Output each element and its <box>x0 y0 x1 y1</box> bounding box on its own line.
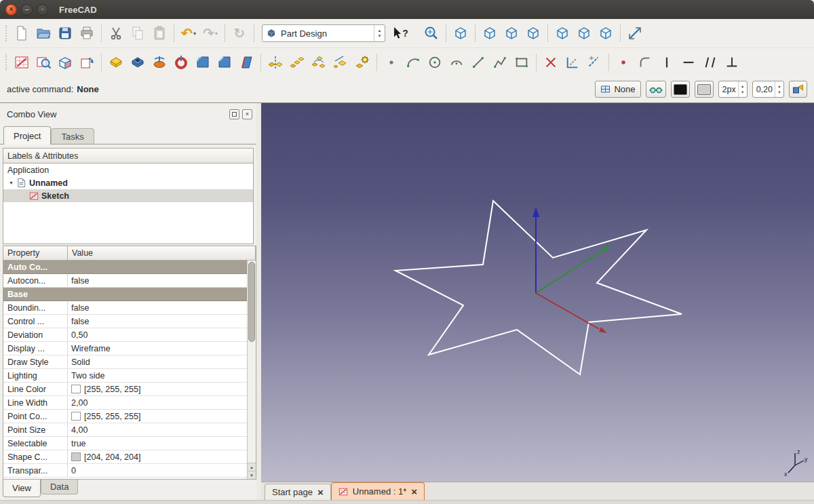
external-geometry-button[interactable] <box>562 52 583 73</box>
draft-button[interactable] <box>235 52 257 73</box>
property-row[interactable]: Deviation0,50 <box>3 328 247 342</box>
axonometric-view-button[interactable] <box>450 22 471 44</box>
property-row[interactable]: Line Width2,00 <box>3 396 247 410</box>
polar-pattern-button[interactable] <box>308 52 330 73</box>
open-button[interactable] <box>33 22 54 44</box>
panel-close-button[interactable]: × <box>242 109 252 119</box>
redo-button[interactable]: ↷▾ <box>199 22 221 44</box>
create-conic-button[interactable] <box>446 52 467 73</box>
line-color-button[interactable] <box>671 81 690 98</box>
workbench-selector[interactable]: Part Design ▴▾ <box>262 24 385 42</box>
redo-dropdown-arrow[interactable]: ▾ <box>215 31 218 37</box>
working-plane-button[interactable]: None <box>595 81 640 98</box>
view-sketch-button[interactable] <box>33 52 54 73</box>
property-row[interactable]: LightingTwo side <box>3 369 247 383</box>
right-view-button[interactable] <box>522 22 544 44</box>
construction-mode-button[interactable] <box>583 52 605 73</box>
line-width-spinbox[interactable]: 2px ▴▾ <box>718 81 748 98</box>
constrain-horizontal-button[interactable] <box>678 52 699 73</box>
property-group-row[interactable]: Base <box>3 288 247 301</box>
property-row[interactable]: Shape C...[204, 204, 204] <box>3 450 247 464</box>
property-row[interactable]: Draw StyleSolid <box>3 355 247 369</box>
rear-view-button[interactable] <box>551 22 573 44</box>
linear-pattern-button[interactable] <box>286 52 308 73</box>
tab-view[interactable]: View <box>3 480 41 497</box>
construction-toggle-button[interactable] <box>646 81 666 98</box>
tab-tasks[interactable]: Tasks <box>51 128 94 144</box>
tree-item-sketch[interactable]: Sketch <box>3 189 253 202</box>
property-row[interactable]: Autocon...false <box>3 274 247 288</box>
create-fillet-button[interactable] <box>634 52 656 73</box>
scaled-button[interactable] <box>330 52 351 73</box>
create-polyline-button[interactable] <box>489 52 511 73</box>
whats-this-button[interactable]: ? <box>389 22 411 44</box>
expander-icon[interactable]: ▼ <box>9 180 16 185</box>
create-line-button[interactable] <box>467 52 489 73</box>
scroll-down-button[interactable]: ▾ <box>248 471 256 479</box>
autogroup-button[interactable] <box>789 81 807 98</box>
scroll-up-button[interactable]: ▴ <box>248 463 256 471</box>
tab-data[interactable]: Data <box>41 480 78 495</box>
property-row[interactable]: Transpar...0 <box>3 464 247 478</box>
constrain-perpendicular-button[interactable] <box>721 52 743 73</box>
cut-button[interactable] <box>105 22 127 44</box>
multitransform-button[interactable] <box>351 52 373 73</box>
constrain-coincident-button[interactable] <box>613 52 634 73</box>
property-row[interactable]: Boundin...false <box>3 301 247 315</box>
titlebar[interactable]: × – ▫ FreeCAD <box>0 0 814 19</box>
property-row[interactable]: Line Color[255, 255, 255] <box>3 383 247 396</box>
tree-item-application[interactable]: Application <box>3 163 253 176</box>
property-row[interactable]: Selectabletrue <box>3 437 247 450</box>
line-width-arrows[interactable]: ▴▾ <box>738 81 747 97</box>
print-button[interactable] <box>76 22 98 44</box>
toolbar-handle[interactable] <box>5 25 8 41</box>
paste-button[interactable] <box>149 22 170 44</box>
new-sketch-button[interactable] <box>11 52 33 73</box>
pocket-button[interactable] <box>127 52 149 73</box>
tree-item-document[interactable]: ▼ Unnamed <box>3 176 253 189</box>
window-maximize-button[interactable]: ▫ <box>37 4 48 16</box>
undo-dropdown-arrow[interactable]: ▾ <box>193 31 196 37</box>
tab-project[interactable]: Project <box>3 126 51 144</box>
fit-all-button[interactable] <box>421 22 442 44</box>
toolbar-handle[interactable] <box>5 54 8 71</box>
pad-button[interactable] <box>105 52 127 73</box>
panel-splitter[interactable] <box>256 103 261 500</box>
map-sketch-button[interactable] <box>54 52 76 73</box>
window-close-button[interactable]: × <box>5 4 17 16</box>
property-row[interactable]: Control ...false <box>3 315 247 328</box>
copy-button[interactable] <box>127 22 149 44</box>
property-group-row[interactable]: Auto Co... <box>3 260 247 274</box>
create-rectangle-button[interactable] <box>511 52 532 73</box>
refresh-button[interactable]: ↻ <box>229 22 250 44</box>
global-scale-arrows[interactable]: ▴▾ <box>775 81 783 97</box>
front-view-button[interactable] <box>479 22 501 44</box>
close-tab-icon[interactable]: × <box>317 487 324 497</box>
property-row[interactable]: Point Co...[255, 255, 255] <box>3 410 247 423</box>
panel-float-button[interactable] <box>229 109 239 119</box>
close-tab-icon[interactable]: × <box>411 486 417 497</box>
chamfer-button[interactable] <box>214 52 235 73</box>
property-scrollbar[interactable]: ▴ ▾ <box>247 260 256 479</box>
document-tree[interactable]: Application ▼ Unnamed Sketch <box>3 163 254 244</box>
create-circle-button[interactable] <box>424 52 446 73</box>
create-point-button[interactable] <box>381 52 402 73</box>
groove-button[interactable] <box>170 52 192 73</box>
scrollbar-thumb[interactable] <box>248 262 255 342</box>
revolution-button[interactable] <box>149 52 170 73</box>
top-view-button[interactable] <box>501 22 522 44</box>
3d-viewport[interactable]: z y x <box>261 103 814 482</box>
face-color-button[interactable] <box>695 81 714 98</box>
left-view-button[interactable] <box>595 22 617 44</box>
constrain-vertical-button[interactable] <box>656 52 678 73</box>
reorient-sketch-button[interactable] <box>76 52 98 73</box>
tab-document-unnamed[interactable]: Unnamed : 1* × <box>331 482 425 500</box>
tab-start-page[interactable]: Start page × <box>265 484 331 500</box>
property-row[interactable]: Point Size4,00 <box>3 423 247 437</box>
measure-distance-button[interactable] <box>624 22 646 44</box>
create-arc-button[interactable] <box>402 52 424 73</box>
window-minimize-button[interactable]: – <box>21 4 33 16</box>
trim-edge-button[interactable] <box>540 52 562 73</box>
mirrored-button[interactable] <box>265 52 286 73</box>
fillet-button[interactable] <box>192 52 214 73</box>
